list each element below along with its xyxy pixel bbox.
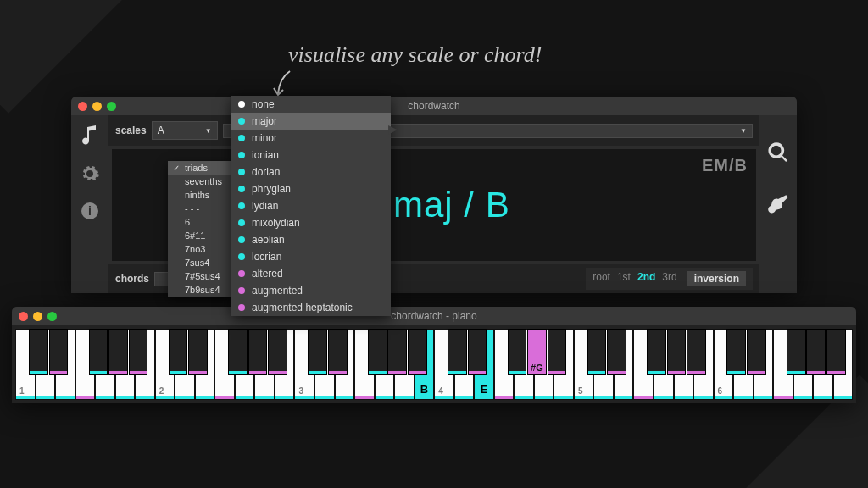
inversion-1st[interactable]: 1st [617, 271, 631, 286]
traffic-lights[interactable] [71, 97, 123, 115]
chord-type-dropdown[interactable]: ✓triadsseventhsninths- - -66#117no37sus4… [168, 161, 231, 297]
black-key-Fs6[interactable] [787, 329, 806, 375]
type-option-6#11[interactable]: 6#11 [168, 229, 231, 242]
chords-label: chords [115, 273, 149, 285]
black-key-Cs2[interactable] [169, 329, 188, 375]
black-key-Ds3[interactable] [328, 329, 348, 375]
inversion-buttons: root1st2nd3rdinversion [586, 268, 753, 290]
type-option-- - -[interactable]: - - - [168, 202, 231, 215]
black-key-As2[interactable] [268, 329, 287, 375]
svg-text:i: i [88, 204, 92, 218]
black-key-Ds2[interactable] [188, 329, 208, 375]
note-icon[interactable] [79, 125, 101, 147]
black-key-Fs3[interactable] [368, 329, 387, 375]
type-option-ninths[interactable]: ninths [168, 188, 231, 202]
titlebar[interactable]: chordwatch [71, 97, 797, 115]
black-key-As1[interactable] [129, 329, 148, 375]
black-key-Gs1[interactable] [108, 329, 128, 375]
black-key-Ds4[interactable] [468, 329, 487, 375]
scale-option-minor[interactable]: minor [231, 130, 391, 147]
titlebar[interactable]: chordwatch - piano [12, 307, 856, 325]
caret-right-icon: ▶ [388, 122, 398, 136]
scales-row: scales A▼ ▼ [108, 115, 760, 146]
scale-option-augmented heptatonic[interactable]: augmented heptatonic [231, 299, 391, 316]
type-option-7b9sus4[interactable]: 7b9sus4 [168, 283, 231, 297]
inversion-2nd[interactable]: 2nd [637, 271, 655, 286]
inversion-root[interactable]: root [593, 271, 610, 286]
scale-dropdown[interactable]: ▶ nonemajorminorioniandorianphrygianlydi… [231, 96, 391, 316]
type-option-7no3[interactable]: 7no3 [168, 242, 231, 256]
scale-option-none[interactable]: none [231, 96, 391, 113]
black-key-As5[interactable] [687, 329, 706, 375]
type-option-7sus4[interactable]: 7sus4 [168, 256, 231, 269]
scale-option-lydian[interactable]: lydian [231, 197, 391, 214]
black-key-Fs5[interactable] [647, 329, 666, 375]
minimize-icon[interactable] [33, 312, 42, 321]
black-key-Gs4[interactable]: #G [527, 329, 547, 375]
black-key-As4[interactable] [548, 329, 567, 375]
black-key-Gs5[interactable] [667, 329, 687, 375]
black-key-Fs4[interactable] [508, 329, 527, 375]
black-key-Cs1[interactable] [29, 329, 48, 375]
chevron-down-icon: ▼ [740, 127, 747, 135]
scale-option-major[interactable]: major [231, 113, 391, 130]
inversion-label: inversion [687, 271, 746, 286]
keyboard: 123B4E56 #G [12, 325, 856, 403]
black-key-Ds5[interactable] [607, 329, 626, 375]
black-key-Ds1[interactable] [49, 329, 69, 375]
scale-option-dorian[interactable]: dorian [231, 164, 391, 180]
type-option-6[interactable]: 6 [168, 215, 231, 229]
scale-option-aeolian[interactable]: aeolian [231, 231, 391, 248]
sidebar-rail: i [71, 115, 108, 293]
piano-window: chordwatch - piano 123B4E56 #G [12, 307, 856, 403]
black-key-Cs6[interactable] [726, 329, 746, 375]
scale-option-phrygian[interactable]: phrygian [231, 180, 391, 197]
type-option-7#5sus4[interactable]: 7#5sus4 [168, 269, 231, 283]
scale-option-locrian[interactable]: locrian [231, 248, 391, 265]
black-key-As6[interactable] [826, 329, 846, 375]
close-icon[interactable] [78, 102, 87, 111]
black-key-Ds6[interactable] [747, 329, 766, 375]
scale-option-augmented[interactable]: augmented [231, 282, 391, 299]
window-title: chordwatch - piano [391, 310, 476, 322]
black-key-Gs3[interactable] [387, 329, 407, 375]
gear-icon[interactable] [79, 163, 101, 185]
type-option-triads[interactable]: ✓triads [168, 161, 231, 175]
inversion-3rd[interactable]: 3rd [662, 271, 676, 286]
black-key-As3[interactable] [408, 329, 427, 375]
close-icon[interactable] [19, 312, 28, 321]
guitar-icon[interactable] [766, 193, 790, 220]
chevron-down-icon: ▼ [205, 127, 212, 135]
maximize-icon[interactable] [47, 312, 57, 321]
maximize-icon[interactable] [107, 102, 116, 111]
black-key-Gs2[interactable] [248, 329, 268, 375]
search-icon[interactable] [766, 141, 790, 168]
scale-option-altered[interactable]: altered [231, 265, 391, 282]
minimize-icon[interactable] [92, 102, 102, 111]
right-tools [760, 115, 797, 293]
tagline: visualise any scale or chord! [288, 42, 542, 68]
black-key-Cs3[interactable] [308, 329, 327, 375]
traffic-lights[interactable] [12, 308, 64, 325]
black-key-Cs4[interactable] [448, 329, 467, 375]
black-key-Gs6[interactable] [806, 329, 826, 375]
scale-option-ionian[interactable]: ionian [231, 147, 391, 164]
root-note-select[interactable]: A▼ [152, 121, 218, 140]
black-key-Cs5[interactable] [587, 329, 607, 375]
chord-shorthand-badge: EM/B [702, 156, 748, 175]
scale-option-mixolydian[interactable]: mixolydian [231, 214, 391, 231]
scales-label: scales [115, 125, 147, 136]
info-icon[interactable]: i [79, 200, 101, 222]
type-option-sevenths[interactable]: sevenths [168, 175, 231, 188]
black-key-Fs1[interactable] [89, 329, 108, 375]
black-key-Fs2[interactable] [228, 329, 248, 375]
window-title: chordwatch [408, 100, 459, 112]
